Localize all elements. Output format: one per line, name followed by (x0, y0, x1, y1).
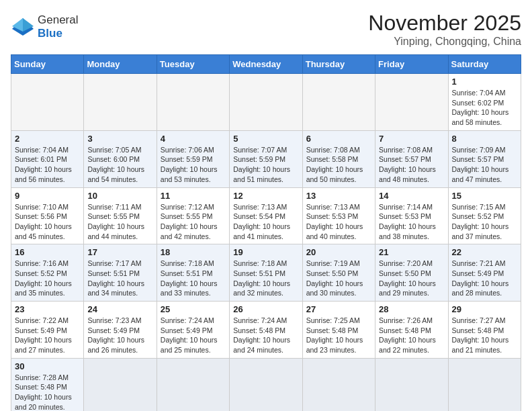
day-number: 29 (452, 304, 517, 314)
day-number: 23 (15, 304, 80, 314)
day-number: 8 (452, 134, 517, 144)
calendar-cell: 26Sunrise: 7:24 AM Sunset: 5:48 PM Dayli… (230, 302, 302, 359)
calendar-cell: 2Sunrise: 7:04 AM Sunset: 6:01 PM Daylig… (11, 130, 84, 187)
day-info: Sunrise: 7:11 AM Sunset: 5:55 PM Dayligh… (87, 202, 152, 242)
calendar-cell (230, 74, 302, 131)
day-info: Sunrise: 7:06 AM Sunset: 5:59 PM Dayligh… (161, 145, 226, 185)
day-number: 5 (233, 134, 298, 144)
weekday-header-thursday: Thursday (302, 55, 375, 74)
calendar-cell: 25Sunrise: 7:24 AM Sunset: 5:49 PM Dayli… (157, 302, 229, 359)
calendar-cell (84, 74, 157, 131)
day-number: 2 (15, 134, 80, 144)
day-info: Sunrise: 7:04 AM Sunset: 6:01 PM Dayligh… (15, 145, 80, 185)
day-number: 21 (379, 247, 444, 257)
calendar-cell (230, 358, 302, 411)
weekday-header-friday: Friday (375, 55, 448, 74)
calendar-cell: 14Sunrise: 7:14 AM Sunset: 5:53 PM Dayli… (375, 187, 448, 244)
weekday-header-row: SundayMondayTuesdayWednesdayThursdayFrid… (11, 55, 521, 74)
calendar-cell: 6Sunrise: 7:08 AM Sunset: 5:58 PM Daylig… (302, 130, 375, 187)
day-info: Sunrise: 7:22 AM Sunset: 5:49 PM Dayligh… (15, 316, 80, 355)
day-info: Sunrise: 7:28 AM Sunset: 5:48 PM Dayligh… (15, 373, 80, 411)
calendar-cell (375, 74, 448, 131)
day-info: Sunrise: 7:07 AM Sunset: 5:59 PM Dayligh… (233, 145, 298, 185)
day-number: 6 (306, 134, 371, 144)
calendar: SundayMondayTuesdayWednesdayThursdayFrid… (11, 54, 521, 411)
day-info: Sunrise: 7:23 AM Sunset: 5:49 PM Dayligh… (87, 316, 152, 355)
calendar-cell: 1Sunrise: 7:04 AM Sunset: 6:02 PM Daylig… (448, 74, 521, 131)
day-number: 24 (87, 304, 152, 314)
calendar-week-row: 23Sunrise: 7:22 AM Sunset: 5:49 PM Dayli… (11, 302, 521, 359)
day-number: 7 (379, 134, 444, 144)
calendar-cell: 21Sunrise: 7:20 AM Sunset: 5:50 PM Dayli… (375, 244, 448, 302)
calendar-cell: 20Sunrise: 7:19 AM Sunset: 5:50 PM Dayli… (302, 244, 375, 302)
calendar-cell (157, 358, 229, 411)
day-info: Sunrise: 7:04 AM Sunset: 6:02 PM Dayligh… (452, 88, 517, 128)
day-info: Sunrise: 7:10 AM Sunset: 5:56 PM Dayligh… (15, 202, 80, 242)
day-info: Sunrise: 7:25 AM Sunset: 5:48 PM Dayligh… (306, 316, 371, 355)
day-number: 14 (379, 191, 444, 201)
day-info: Sunrise: 7:26 AM Sunset: 5:48 PM Dayligh… (379, 316, 444, 355)
calendar-cell: 28Sunrise: 7:26 AM Sunset: 5:48 PM Dayli… (375, 302, 448, 359)
day-info: Sunrise: 7:13 AM Sunset: 5:53 PM Dayligh… (306, 202, 371, 242)
logo: General Blue (11, 13, 78, 41)
calendar-cell (375, 358, 448, 411)
logo-text: General Blue (38, 13, 78, 41)
day-info: Sunrise: 7:14 AM Sunset: 5:53 PM Dayligh… (379, 202, 444, 242)
day-info: Sunrise: 7:27 AM Sunset: 5:48 PM Dayligh… (452, 316, 517, 355)
calendar-cell: 11Sunrise: 7:12 AM Sunset: 5:55 PM Dayli… (157, 187, 229, 244)
calendar-cell: 9Sunrise: 7:10 AM Sunset: 5:56 PM Daylig… (11, 187, 84, 244)
calendar-cell: 7Sunrise: 7:08 AM Sunset: 5:57 PM Daylig… (375, 130, 448, 187)
day-number: 25 (161, 304, 226, 314)
weekday-header-monday: Monday (84, 55, 157, 74)
day-info: Sunrise: 7:15 AM Sunset: 5:52 PM Dayligh… (452, 202, 517, 242)
calendar-cell: 10Sunrise: 7:11 AM Sunset: 5:55 PM Dayli… (84, 187, 157, 244)
day-number: 16 (15, 247, 80, 257)
calendar-cell: 5Sunrise: 7:07 AM Sunset: 5:59 PM Daylig… (230, 130, 302, 187)
calendar-cell: 27Sunrise: 7:25 AM Sunset: 5:48 PM Dayli… (302, 302, 375, 359)
day-number: 18 (161, 247, 226, 257)
day-number: 13 (306, 191, 371, 201)
calendar-cell (84, 358, 157, 411)
calendar-cell: 30Sunrise: 7:28 AM Sunset: 5:48 PM Dayli… (11, 358, 84, 411)
calendar-cell (302, 358, 375, 411)
calendar-cell: 4Sunrise: 7:06 AM Sunset: 5:59 PM Daylig… (157, 130, 229, 187)
day-number: 20 (306, 247, 371, 257)
day-number: 15 (452, 191, 517, 201)
day-info: Sunrise: 7:18 AM Sunset: 5:51 PM Dayligh… (233, 259, 298, 298)
weekday-header-sunday: Sunday (11, 55, 84, 74)
calendar-cell (11, 74, 84, 131)
calendar-cell (302, 74, 375, 131)
calendar-cell: 12Sunrise: 7:13 AM Sunset: 5:54 PM Dayli… (230, 187, 302, 244)
calendar-cell: 8Sunrise: 7:09 AM Sunset: 5:57 PM Daylig… (448, 130, 521, 187)
calendar-week-row: 16Sunrise: 7:16 AM Sunset: 5:52 PM Dayli… (11, 244, 521, 302)
calendar-cell: 22Sunrise: 7:21 AM Sunset: 5:49 PM Dayli… (448, 244, 521, 302)
calendar-cell: 17Sunrise: 7:17 AM Sunset: 5:51 PM Dayli… (84, 244, 157, 302)
calendar-cell: 16Sunrise: 7:16 AM Sunset: 5:52 PM Dayli… (11, 244, 84, 302)
calendar-cell: 23Sunrise: 7:22 AM Sunset: 5:49 PM Dayli… (11, 302, 84, 359)
day-info: Sunrise: 7:09 AM Sunset: 5:57 PM Dayligh… (452, 145, 517, 185)
calendar-cell (157, 74, 229, 131)
calendar-cell: 13Sunrise: 7:13 AM Sunset: 5:53 PM Dayli… (302, 187, 375, 244)
day-number: 30 (15, 361, 80, 371)
day-number: 17 (87, 247, 152, 257)
day-info: Sunrise: 7:08 AM Sunset: 5:57 PM Dayligh… (379, 145, 444, 185)
calendar-cell (448, 358, 521, 411)
day-number: 4 (161, 134, 226, 144)
day-number: 11 (161, 191, 226, 201)
day-info: Sunrise: 7:12 AM Sunset: 5:55 PM Dayligh… (161, 202, 226, 242)
calendar-week-row: 2Sunrise: 7:04 AM Sunset: 6:01 PM Daylig… (11, 130, 521, 187)
weekday-header-wednesday: Wednesday (230, 55, 302, 74)
day-info: Sunrise: 7:05 AM Sunset: 6:00 PM Dayligh… (87, 145, 152, 185)
calendar-cell: 3Sunrise: 7:05 AM Sunset: 6:00 PM Daylig… (84, 130, 157, 187)
weekday-header-saturday: Saturday (448, 55, 521, 74)
calendar-cell: 29Sunrise: 7:27 AM Sunset: 5:48 PM Dayli… (448, 302, 521, 359)
weekday-header-tuesday: Tuesday (157, 55, 229, 74)
day-number: 22 (452, 247, 517, 257)
calendar-week-row: 1Sunrise: 7:04 AM Sunset: 6:02 PM Daylig… (11, 74, 521, 131)
calendar-week-row: 30Sunrise: 7:28 AM Sunset: 5:48 PM Dayli… (11, 358, 521, 411)
day-number: 10 (87, 191, 152, 201)
day-info: Sunrise: 7:13 AM Sunset: 5:54 PM Dayligh… (233, 202, 298, 242)
day-info: Sunrise: 7:21 AM Sunset: 5:49 PM Dayligh… (452, 259, 517, 298)
calendar-cell: 18Sunrise: 7:18 AM Sunset: 5:51 PM Dayli… (157, 244, 229, 302)
logo-icon (11, 17, 35, 37)
